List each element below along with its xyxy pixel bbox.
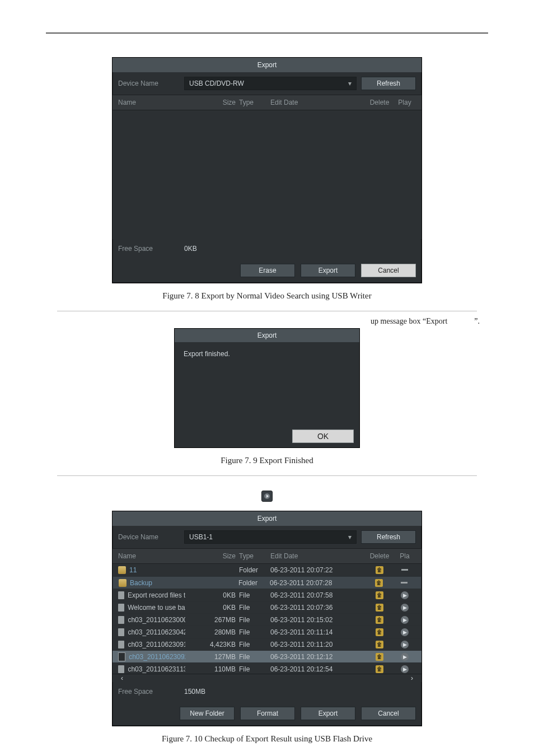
file-icon [118,591,124,599]
refresh-button[interactable]: Refresh [361,77,416,90]
col-name[interactable]: Name [118,552,185,560]
inline-note-text-a: up message box “Export [371,317,447,326]
play-icon[interactable]: ▶ [401,665,409,673]
file-date: 06-23-2011 20:07:22 [261,566,366,574]
inline-note-text-b: ”. [474,317,480,326]
cancel-button[interactable]: Cancel [361,264,416,277]
col-delete[interactable]: Delete [366,552,394,560]
device-name-label-2: Device Name [118,533,180,541]
refresh-button-2[interactable]: Refresh [361,530,416,544]
col-play[interactable]: Play [394,99,416,106]
format-button[interactable]: Format [240,707,295,720]
trash-icon[interactable]: 🗑 [376,628,383,636]
delete-cell[interactable]: 🗑 [365,579,393,587]
play-cell[interactable]: ▶ [394,628,416,636]
play-icon[interactable]: ▶ [401,641,409,648]
file-date: 06-23-2011 20:07:28 [261,579,365,587]
file-table-body-empty [113,110,421,239]
trash-icon[interactable]: 🗑 [375,579,383,587]
file-date: 06-23-2011 20:15:02 [261,616,366,624]
export-button[interactable]: Export [301,264,355,277]
ok-button[interactable]: OK [292,430,354,443]
table-row[interactable]: Export record files to me0KBFile06-23-20… [113,589,421,601]
trash-icon[interactable]: 🗑 [376,591,383,599]
chevron-down-icon: ▾ [348,533,352,541]
device-select-2[interactable]: USB1-1 ▾ [184,530,357,544]
col-date[interactable]: Edit Date [261,552,366,560]
play-icon[interactable]: ▶ [401,591,409,599]
table-row[interactable]: ch03_20110623042932280MBFile06-23-2011 2… [113,626,421,638]
export-finished-message: Export finished. [175,342,359,425]
device-name-label: Device Name [118,80,180,87]
export-dialog-2: Export Device Name USB1-1 ▾ Refresh Name… [112,511,422,726]
file-type: File [236,604,261,612]
play-cell[interactable]: ▶ [394,653,416,661]
col-date[interactable]: Edit Date [261,99,366,106]
device-select[interactable]: USB CD/DVD-RW ▾ [184,77,357,90]
table-row[interactable]: Welcome to use backup0KBFile06-23-2011 2… [113,601,421,614]
figure-caption-2: Figure 7. 9 Export Finished [221,456,313,465]
delete-cell[interactable]: 🗑 [366,653,394,661]
table-row[interactable]: ch03_20110623000000267MBFile06-23-2011 2… [113,614,421,626]
play-cell[interactable]: ▶ [394,604,416,612]
arrow-left-icon[interactable]: ‹ [118,674,126,682]
col-size[interactable]: Size [185,99,236,106]
delete-cell[interactable]: 🗑 [366,641,394,648]
file-icon [118,628,124,636]
trash-icon[interactable]: 🗑 [376,616,383,624]
file-name: ch03_20110623000000 [128,616,185,624]
export-finished-dialog: Export Export finished. OK [174,328,360,448]
table-row[interactable]: 11Folder06-23-2011 20:07:22🗑 [113,564,421,576]
col-type[interactable]: Type [236,552,261,560]
file-size: 4,423KB [185,641,236,648]
new-folder-button[interactable]: New Folder [180,707,235,720]
play-cell[interactable]: ▶ [394,591,416,599]
delete-cell[interactable]: 🗑 [366,604,394,612]
file-size: 280MB [185,628,236,636]
file-name: 11 [129,566,137,574]
arrow-right-icon[interactable]: › [408,674,416,682]
file-name: ch03_20110623042932 [128,628,185,636]
trash-icon[interactable]: 🗑 [376,665,383,673]
trash-icon[interactable]: 🗑 [376,604,383,612]
cancel-button-2[interactable]: Cancel [361,707,416,720]
file-icon [118,604,124,612]
horizontal-scrollbar[interactable]: ‹ › [113,674,421,682]
delete-cell[interactable]: 🗑 [366,665,394,673]
divider-2 [57,475,477,476]
col-name[interactable]: Name [118,99,185,106]
col-play[interactable]: Pla [394,552,416,560]
file-date: 06-23-2011 20:12:12 [261,653,366,661]
trash-icon[interactable]: 🗑 [376,641,383,648]
table-row[interactable]: BackupFolder06-23-2011 20:07:28🗑 [113,576,421,589]
play-icon[interactable]: ▶ [401,604,409,612]
play-cell[interactable]: ▶ [394,616,416,624]
play-cell[interactable]: ▶ [394,665,416,673]
file-size: 0KB [185,591,236,599]
free-space-label: Free Space [118,245,180,253]
play-cell[interactable] [393,582,415,584]
play-cell[interactable]: ▶ [394,641,416,648]
play-icon[interactable]: ▶ [401,628,409,636]
delete-cell[interactable]: 🗑 [366,591,394,599]
col-size[interactable]: Size [185,552,236,560]
delete-cell[interactable]: 🗑 [366,566,394,574]
table-row[interactable]: ch03_20110623113325110MBFile06-23-2011 2… [113,663,421,674]
play-icon[interactable]: ▶ [401,616,409,624]
file-table-body[interactable]: 11Folder06-23-2011 20:07:22🗑BackupFolder… [113,564,421,674]
playback-icon [261,491,273,502]
play-cell[interactable] [394,569,416,571]
folder-icon [118,566,126,574]
col-delete[interactable]: Delete [366,99,394,106]
erase-button[interactable]: Erase [240,264,295,277]
play-icon[interactable]: ▶ [401,653,409,661]
trash-icon[interactable]: 🗑 [376,653,383,661]
table-row[interactable]: ch03_20110623092323127MBFile06-23-2011 2… [113,651,421,663]
delete-cell[interactable]: 🗑 [366,616,394,624]
delete-cell[interactable]: 🗑 [366,628,394,636]
trash-icon[interactable]: 🗑 [376,566,383,574]
col-type[interactable]: Type [236,99,261,106]
export-button-2[interactable]: Export [301,707,355,720]
table-row[interactable]: ch03_201106230914034,423KBFile06-23-2011… [113,638,421,651]
dialog-title-2: Export [113,511,421,526]
